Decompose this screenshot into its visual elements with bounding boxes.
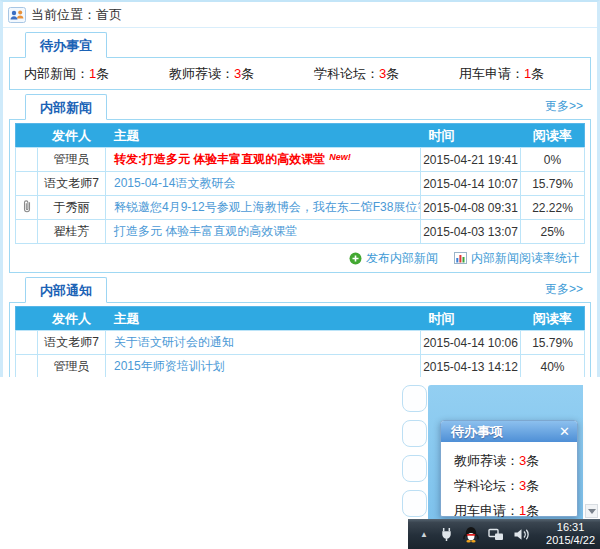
subject-link[interactable]: 打造多元 体验丰富直观的高效课堂 <box>114 224 297 238</box>
popup-todo-item[interactable]: 学科论坛：3条 <box>454 473 577 498</box>
count-label: 教师荐读： <box>454 453 519 468</box>
subject-cell: 2015-04-14语文教研会 <box>106 172 421 196</box>
todo-popup-titlebar[interactable]: 待办事项 ✕ <box>441 421 577 442</box>
count-unit: 条 <box>526 478 539 493</box>
tab-internal-news[interactable]: 内部新闻 <box>25 94 107 120</box>
time-cell: 2015-04-21 19:41 <box>421 148 521 172</box>
count-unit: 条 <box>531 66 544 81</box>
table-row: 语文老师7关于语文研讨会的通知2015-04-14 10:0615.79% <box>16 331 585 355</box>
attachment-cell <box>16 331 38 355</box>
column-header: 发件人 <box>38 124 106 148</box>
sender-cell: 管理员 <box>38 355 106 378</box>
sender-cell: 翟桂芳 <box>38 220 106 244</box>
publish-news-link[interactable]: 发布内部新闻 <box>349 250 438 267</box>
subject-cell: 关于语文研讨会的通知 <box>106 331 421 355</box>
count-label: 学科论坛： <box>454 478 519 493</box>
show-hidden-icons-button[interactable]: ▲ <box>420 530 428 539</box>
breadcrumb-label: 当前位置：首页 <box>31 6 122 24</box>
time-cell: 2015-04-03 13:07 <box>421 220 521 244</box>
time-cell: 2015-04-13 14:12 <box>421 355 521 378</box>
speaker-icon[interactable] <box>513 527 530 542</box>
count-label: 内部新闻： <box>24 66 89 81</box>
subject-link[interactable]: 转发:打造多元 体验丰富直观的高效课堂 <box>114 152 325 166</box>
attachment-cell <box>16 355 38 378</box>
count-unit: 条 <box>526 503 539 518</box>
todo-popup-title: 待办事项 <box>451 423 559 441</box>
news-table-footer: 发布内部新闻 内部新闻阅读率统计 <box>15 244 585 272</box>
todo-popup: 待办事项 ✕ 教师荐读：3条学科论坛：3条用车申请：1条 <box>440 420 578 517</box>
scroll-down-button[interactable] <box>585 504 598 518</box>
clock-date: 2015/4/22 <box>546 534 595 547</box>
todo-count-item[interactable]: 用车申请：1条 <box>445 65 590 83</box>
column-header <box>16 307 38 331</box>
subject-cell: 打造多元 体验丰富直观的高效课堂 <box>106 220 421 244</box>
internal-notice-table: 发件人主题时间阅读率 语文老师7关于语文研讨会的通知2015-04-14 10:… <box>15 306 585 377</box>
breadcrumb: 当前位置：首页 <box>3 2 597 28</box>
sender-cell: 语文老师7 <box>38 172 106 196</box>
subject-link[interactable]: 2015年师资培训计划 <box>114 359 225 373</box>
read-rate-cell: 0% <box>521 148 585 172</box>
subject-link[interactable]: 关于语文研讨会的通知 <box>114 335 234 349</box>
tab-todo-matters[interactable]: 待办事宜 <box>25 32 107 58</box>
notice-more-link[interactable]: 更多>> <box>545 281 583 298</box>
sender-cell: 语文老师7 <box>38 331 106 355</box>
count-label: 用车申请： <box>454 503 519 518</box>
attachment-cell <box>16 172 38 196</box>
todo-count-item[interactable]: 内部新闻：1条 <box>10 65 155 83</box>
clock-time: 16:31 <box>546 521 595 534</box>
background-window-button[interactable] <box>402 490 427 517</box>
sender-cell: 管理员 <box>38 148 106 172</box>
column-header: 阅读率 <box>521 307 585 331</box>
add-icon <box>349 252 362 265</box>
column-header: 发件人 <box>38 307 106 331</box>
column-header: 主题 <box>106 307 421 331</box>
todo-count-item[interactable]: 教师荐读：3条 <box>155 65 300 83</box>
column-header: 阅读率 <box>521 124 585 148</box>
read-rate-cell: 25% <box>521 220 585 244</box>
power-plug-icon[interactable] <box>439 526 454 542</box>
count-unit: 条 <box>241 66 254 81</box>
taskbar-clock[interactable]: 16:31 2015/4/22 <box>546 521 595 547</box>
internal-news-table: 发件人主题时间阅读率 管理员转发:打造多元 体验丰富直观的高效课堂New!201… <box>15 123 585 244</box>
background-window-button[interactable] <box>402 385 427 412</box>
subject-cell: 释锐邀您4月9-12号参观上海教博会，我在东二馆F38展位等您 <box>106 196 421 220</box>
news-more-link[interactable]: 更多>> <box>545 98 583 115</box>
subject-cell: 转发:打造多元 体验丰富直观的高效课堂New! <box>106 148 421 172</box>
attachment-cell <box>16 196 38 220</box>
todo-overview-section: 待办事宜 内部新闻：1条教师荐读：3条学科论坛：3条用车申请：1条 <box>9 34 591 90</box>
desktop-crop: 待办事项 ✕ 教师荐读：3条学科论坛：3条用车申请：1条 ▲ <box>400 377 600 549</box>
todo-popup-body: 教师荐读：3条学科论坛：3条用车申请：1条 <box>441 442 577 523</box>
background-window-button[interactable] <box>402 420 427 447</box>
table-row: 管理员转发:打造多元 体验丰富直观的高效课堂New!2015-04-21 19:… <box>16 148 585 172</box>
popup-todo-item[interactable]: 教师荐读：3条 <box>454 448 577 473</box>
attachment-cell <box>16 220 38 244</box>
todo-count-item[interactable]: 学科论坛：3条 <box>300 65 445 83</box>
table-row: 语文老师72015-04-14语文教研会2015-04-14 10:0715.7… <box>16 172 585 196</box>
internal-notice-section: 内部通知 更多>> 发件人主题时间阅读率 语文老师7关于语文研讨会的通知2015… <box>9 279 591 377</box>
bar-chart-icon <box>454 252 467 264</box>
subject-link[interactable]: 2015-04-14语文教研会 <box>114 176 235 190</box>
read-rate-cell: 22.22% <box>521 196 585 220</box>
count-label: 教师荐读： <box>169 66 234 81</box>
news-read-stats-link[interactable]: 内部新闻阅读率统计 <box>454 250 579 267</box>
paperclip-icon <box>22 199 32 214</box>
qq-icon[interactable] <box>463 526 479 543</box>
users-icon <box>8 7 26 23</box>
new-badge: New! <box>329 152 351 162</box>
count-unit: 条 <box>96 66 109 81</box>
attachment-cell <box>16 148 38 172</box>
close-icon[interactable]: ✕ <box>559 425 570 438</box>
web-page: 当前位置：首页 待办事宜 内部新闻：1条教师荐读：3条学科论坛：3条用车申请：1… <box>0 0 600 377</box>
table-row: 于秀丽释锐邀您4月9-12号参观上海教博会，我在东二馆F38展位等您2015-0… <box>16 196 585 220</box>
count-label: 用车申请： <box>459 66 524 81</box>
column-header: 主题 <box>106 124 421 148</box>
subject-cell: 2015年师资培训计划 <box>106 355 421 378</box>
background-window-button[interactable] <box>402 455 427 482</box>
subject-link[interactable]: 释锐邀您4月9-12号参观上海教博会，我在东二馆F38展位等您 <box>114 200 421 214</box>
tab-internal-notice[interactable]: 内部通知 <box>25 277 107 303</box>
count-label: 学科论坛： <box>314 66 379 81</box>
network-icon[interactable] <box>488 527 504 542</box>
read-rate-cell: 15.79% <box>521 172 585 196</box>
time-cell: 2015-04-14 10:06 <box>421 331 521 355</box>
internal-news-section: 内部新闻 更多>> 发件人主题时间阅读率 管理员转发:打造多元 体验丰富直观的高… <box>9 96 591 273</box>
